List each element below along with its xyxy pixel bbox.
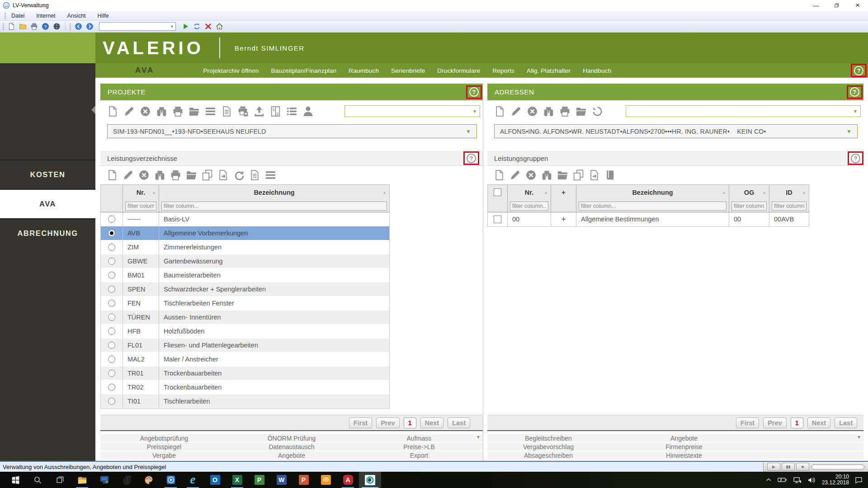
row-radio[interactable] <box>108 272 115 279</box>
delete-icon[interactable] <box>138 169 150 181</box>
sidebar-item-kosten[interactable]: KOSTEN <box>0 160 95 189</box>
row-checkbox[interactable] <box>494 216 501 223</box>
link-preisspiegel[interactable]: Preisspiegel <box>100 443 228 450</box>
link-begleitschreiben[interactable]: Begleitschreiben <box>487 435 609 442</box>
link-vergabevorschlag[interactable]: Vergabevorschlag <box>487 443 609 450</box>
search-icon[interactable] <box>154 169 165 181</box>
sort-asc-icon[interactable] <box>152 190 156 195</box>
toolbar-grip[interactable] <box>5 13 6 19</box>
nav-item-handbuch[interactable]: Handbuch <box>583 67 611 74</box>
sort-asc-icon[interactable] <box>544 190 548 195</box>
action-center-icon[interactable] <box>855 476 863 484</box>
link-preise-lb[interactable]: Preise->LB <box>355 443 483 450</box>
lv-row-hfb[interactable]: HFBHolzfußböden <box>101 324 390 338</box>
projekte-search-combobox[interactable] <box>344 105 480 117</box>
print-save-icon[interactable] <box>237 106 249 117</box>
lg-header-og[interactable]: OG <box>729 185 769 200</box>
sort-asc-icon[interactable] <box>722 190 726 195</box>
lg-header-bezeichnung[interactable]: Bezeichnung <box>576 185 729 200</box>
lg-row-00[interactable]: 00+Allgemeine Bestimmungen0000AVB <box>488 212 809 226</box>
print-icon[interactable] <box>172 106 184 117</box>
chevron-down-icon[interactable] <box>476 435 481 440</box>
close-button[interactable]: × <box>847 0 868 11</box>
taskbar-clock[interactable]: 20:10 23.12.2018 <box>822 474 849 486</box>
lv-row-fen[interactable]: FENTischlerarbeiten Fenster <box>101 296 390 310</box>
address-combobox[interactable] <box>99 22 176 31</box>
open-icon[interactable] <box>557 169 568 181</box>
row-radio[interactable] <box>108 216 115 223</box>
lv-row-zim[interactable]: ZIMZimmererleistungen <box>101 240 390 254</box>
taskbar-project-icon[interactable]: P <box>248 472 270 488</box>
lv-row-[interactable]: ------Basis-LV <box>101 212 390 226</box>
select-all-checkbox[interactable] <box>494 188 501 196</box>
menu-hilfe[interactable]: Hilfe <box>98 13 109 19</box>
taskbar-search-icon[interactable] <box>27 472 49 488</box>
edit-icon[interactable] <box>510 106 522 117</box>
sync-icon[interactable] <box>192 22 201 31</box>
delete-icon[interactable] <box>527 106 538 117</box>
new-document-icon[interactable] <box>107 169 118 181</box>
lg-filter-id-input[interactable] <box>772 202 807 211</box>
menu-ansicht[interactable]: Ansicht <box>67 13 86 19</box>
lv-help-button[interactable] <box>463 151 479 165</box>
menu-datei[interactable]: Datei <box>11 13 24 19</box>
page-first[interactable]: First <box>736 418 759 428</box>
book-icon[interactable] <box>604 169 616 181</box>
nav-forward-icon[interactable] <box>85 22 94 31</box>
link-angebote[interactable]: Angebote <box>228 452 355 459</box>
chevron-up-icon[interactable] <box>765 477 772 483</box>
link-firmenpreise[interactable]: Firmenpreise <box>609 443 759 450</box>
taskbar-valerio-icon[interactable] <box>359 472 381 488</box>
lv-row-ti01[interactable]: TI01Tischlerarbeiten <box>101 394 390 408</box>
print-icon[interactable] <box>170 169 181 181</box>
taskbar-internet-explorer-icon[interactable]: e <box>182 472 204 488</box>
restore-button[interactable] <box>826 0 847 11</box>
row-radio[interactable] <box>108 300 115 307</box>
delete-icon[interactable] <box>525 169 537 181</box>
network-icon[interactable] <box>793 477 802 483</box>
new-document-icon[interactable] <box>494 169 505 181</box>
edit-icon[interactable] <box>123 106 135 117</box>
row-radio[interactable] <box>108 356 115 363</box>
edit-icon[interactable] <box>509 169 521 181</box>
taskbar-media-player-icon[interactable] <box>160 472 182 488</box>
row-radio[interactable] <box>108 258 115 265</box>
page-next[interactable]: Next <box>420 418 443 428</box>
lv-row-mal2[interactable]: MAL2Maler / Anstreicher <box>101 352 390 366</box>
taskbar-outlook-icon[interactable]: O <box>204 472 226 488</box>
nav-item-druckformulare[interactable]: Druckformulare <box>437 67 480 74</box>
delete-icon[interactable] <box>140 106 151 117</box>
open-icon[interactable] <box>189 106 200 117</box>
page-first[interactable]: First <box>349 418 372 428</box>
taskbar-computer-icon[interactable] <box>93 472 115 488</box>
page-prev[interactable]: Prev <box>376 418 399 428</box>
media-progress-bar[interactable] <box>811 465 864 469</box>
taskbar-audible-icon[interactable] <box>315 472 337 488</box>
export-document-icon[interactable] <box>589 169 600 181</box>
toolbar-grip[interactable] <box>3 23 4 30</box>
lv-row-spen[interactable]: SPENSchwarzdecker + Spenglerarbeiten <box>101 282 390 296</box>
lg-header-nr[interactable]: Nr. <box>508 185 551 200</box>
row-radio[interactable] <box>108 286 115 293</box>
open-icon[interactable] <box>576 106 587 117</box>
lv-row-bm01[interactable]: BM01Baumeisterarbeiten <box>101 268 390 282</box>
sort-asc-icon[interactable] <box>762 190 766 195</box>
taskbar-start-icon[interactable] <box>5 472 27 488</box>
search-globe-icon[interactable] <box>52 22 61 31</box>
lv-row-gbwe[interactable]: GBWEGartenbewässerung <box>101 254 390 268</box>
link-angebotsprüfung[interactable]: Angebotsprüfung <box>100 435 228 442</box>
project-select[interactable]: SIM-193-NFDN01__•193-NFD•SEEHAUS NEUFELD <box>107 124 477 138</box>
row-radio[interactable] <box>108 342 115 349</box>
row-radio[interactable] <box>108 370 115 377</box>
page-1[interactable]: 1 <box>791 418 803 428</box>
sort-asc-icon[interactable] <box>382 190 387 195</box>
link-export[interactable]: Export <box>355 452 483 459</box>
lg-filter-nr-input[interactable] <box>510 202 548 211</box>
taskbar-six-app-icon[interactable]: 6 <box>115 472 137 488</box>
list-icon[interactable] <box>205 106 216 117</box>
battery-icon[interactable] <box>778 477 787 483</box>
row-radio[interactable] <box>108 398 115 405</box>
taskbar-word-icon[interactable]: W <box>270 472 292 488</box>
export-document-icon[interactable] <box>217 169 229 181</box>
help-icon[interactable]: ? <box>41 22 50 31</box>
